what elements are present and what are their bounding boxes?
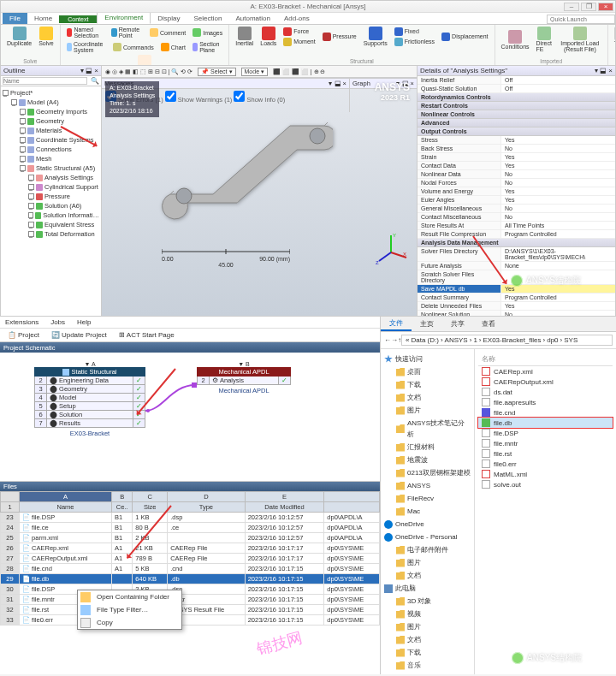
triad-icon[interactable]: YXZ [374,232,408,268]
col-e[interactable]: E [245,492,324,502]
col-d[interactable]: D [168,492,245,502]
minimize-button[interactable]: – [564,3,579,11]
details-row[interactable]: Contact MiscellaneousNo [418,213,615,222]
file-item[interactable]: file.DSP [478,428,613,438]
details-row[interactable]: Future AnalysisNone [418,262,615,270]
details-row[interactable]: Nonlinear DataNo [418,170,615,179]
details-row[interactable]: Contact DataYes [418,162,615,170]
nav-item[interactable]: 3D 对象 [384,595,471,608]
crumb-segment[interactable]: SYS [564,336,578,344]
nav-item[interactable]: Mac [384,505,471,518]
nav-item[interactable]: 文档 [384,391,471,404]
remote-point-button[interactable]: Remote Point [109,26,145,39]
details-row[interactable]: StressYes [418,136,615,145]
col-c[interactable]: C [133,492,168,502]
details-row[interactable]: Delete Unneeded FilesYes [418,302,615,311]
graphics-canvas[interactable]: ◉ ◎ ◈ ▦ ◧ ⬚ ⊞ ⊟ ⊡ | 🔍 ⟲ ⟳ 📌 Select ▾ Mod… [102,66,417,316]
explorer-tab-view[interactable]: 查看 [473,317,504,330]
details-row[interactable]: StrainYes [418,153,615,162]
nav-item[interactable]: 电子邮件附件 [384,543,471,556]
nav-item[interactable]: 汇报材料 [384,441,471,454]
messages-pin-icon[interactable]: ▾ ⬓ × [329,80,346,87]
system-cell[interactable]: 6⬤ Solution✓ [34,411,145,419]
file-list[interactable]: 名称 CAERep.xmlCAERepOutput.xmlds.datfile.… [475,349,616,674]
file-row[interactable]: 29📄 file.db640 KB.db2023/2/16 10:17:15dp… [1,574,380,584]
details-category[interactable]: Advanced [418,119,615,127]
commands-button[interactable]: Commands [110,42,157,52]
system-cell[interactable]: 3⬤ Geometry✓ [34,385,145,394]
pane-pin-icon[interactable]: ▾ ⬓ × [80,67,98,74]
details-row[interactable]: Contact SummaryProgram Controlled [418,294,615,302]
tab-display[interactable]: Display [151,13,187,24]
ctx-open-folder[interactable]: Open Containing Folder [78,590,181,603]
images-button[interactable]: Images [190,27,225,38]
file-item[interactable]: MatML.xml [478,469,613,479]
nav-item[interactable]: 视频 [384,608,471,620]
details-category[interactable]: Rotordynamics Controls [418,93,615,102]
details-row[interactable]: Nodal ForcesNo [418,179,615,187]
nav-thispc[interactable]: 此电脑 [384,582,471,595]
tab-addons[interactable]: Add-ons [277,13,317,24]
named-selection-button[interactable]: Named Selection [64,26,107,39]
details-row[interactable]: Solver Files DirectoryD:\ANSYS\1\EX03-Br… [418,247,615,262]
select-mode[interactable]: 📌 Select ▾ [198,68,235,76]
tab-selection[interactable]: Selection [187,13,229,24]
nav-item[interactable]: ANSYS [384,479,471,492]
project-schematic[interactable]: ▼ A Static Structural 2⬤ Engineering Dat… [0,353,380,481]
system-cell[interactable]: 5⬤ Setup✓ [34,402,145,411]
crumb-segment[interactable]: 1 [473,336,477,344]
crumb-segment[interactable]: EX03-Bracket_files [483,336,542,344]
ctx-file-filter[interactable]: File Type Filter… [78,603,181,616]
tree-item[interactable]: –Connections [3,145,99,154]
explorer-tab-home[interactable]: 主页 [412,317,442,330]
supports-button[interactable]: Supports [361,26,390,47]
solve-button[interactable]: Solve [36,26,56,47]
explorer-tab-share[interactable]: 共享 [442,317,473,330]
details-row[interactable]: Quasi-Static SolutionOff [418,85,615,93]
system-cell[interactable]: 4⬤ Model✓ [34,394,145,402]
details-row[interactable]: Result File CompressionProgram Controlle… [418,230,615,239]
loads-button[interactable]: Loads [258,26,279,47]
menu-extensions[interactable]: Extensions [5,318,38,326]
tree-item[interactable]: –Materials [3,126,99,135]
file-row[interactable]: 25📄 parm.xmlB12 KB2023/2/16 10:12:57dp0\… [1,533,380,543]
file-row[interactable]: 30📄 file.DSP2 KB.dsp2023/2/16 10:17:15dp… [1,584,380,595]
force-button[interactable]: Force [281,27,317,37]
fixed-button[interactable]: Fixed [392,27,437,37]
nav-item[interactable]: 下载 [384,378,471,391]
nav-pane[interactable]: 快速访问 桌面下载文档图片ANSYS技术笔记分析汇报材料地震波0213双层钢框架… [381,349,475,674]
file-item[interactable]: file.aapresults [478,397,613,407]
file-item[interactable]: file.rst [478,448,613,459]
search-icon[interactable]: 🔍 [91,77,99,85]
tree-item[interactable]: –Cylindrical Support [3,182,99,192]
ctx-copy[interactable]: Copy [78,616,181,629]
nav-item[interactable]: 0213双层钢框架建模 [384,466,471,479]
details-row[interactable]: Store Results AtAll Time Points [418,222,615,230]
inertial-button[interactable]: Inertial [233,26,256,47]
coord-system-button[interactable]: Coordinate System [64,40,109,54]
system-cell[interactable]: 7⬤ Results✓ [34,419,145,428]
system-cell[interactable]: 2⬤ Engineering Data✓ [34,377,145,385]
close-button[interactable]: × [598,3,613,11]
update-project-button[interactable]: 🔄 Update Project [47,330,111,340]
file-row[interactable]: 23📄 file.DSPB11 KB.dsp2023/2/16 10:12:57… [1,513,380,523]
nav-item[interactable]: FileRecv [384,492,471,505]
chart-button[interactable]: Chart [158,42,188,52]
tree-item[interactable]: –Geometry [3,116,99,126]
col-f[interactable] [324,492,380,502]
file-item[interactable]: solve.out [478,479,613,489]
crumb-segment[interactable]: dp0 [547,336,558,344]
tab-home[interactable]: Home [27,13,59,24]
tree-item[interactable]: –Solution Informati… [3,211,99,220]
explorer-tab-file[interactable]: 文件 [381,317,412,331]
details-row[interactable]: General MiscellaneousNo [418,205,615,213]
menu-help[interactable]: Help [77,318,91,326]
displacement-button[interactable]: Displacement [439,32,490,42]
details-row[interactable]: Euler AnglesYes [418,196,615,205]
crumb-segment[interactable]: Data (D:) [411,336,438,344]
col-name-header[interactable]: 名称 [478,353,613,366]
file-item[interactable]: CAERepOutput.xml [478,377,613,387]
annotation-button[interactable]: Annotation [64,54,226,66]
file-row[interactable]: 26📄 CAERep.xmlA121 KBCAERep File2023/2/1… [1,543,380,554]
details-category[interactable]: Restart Controls [418,102,615,110]
